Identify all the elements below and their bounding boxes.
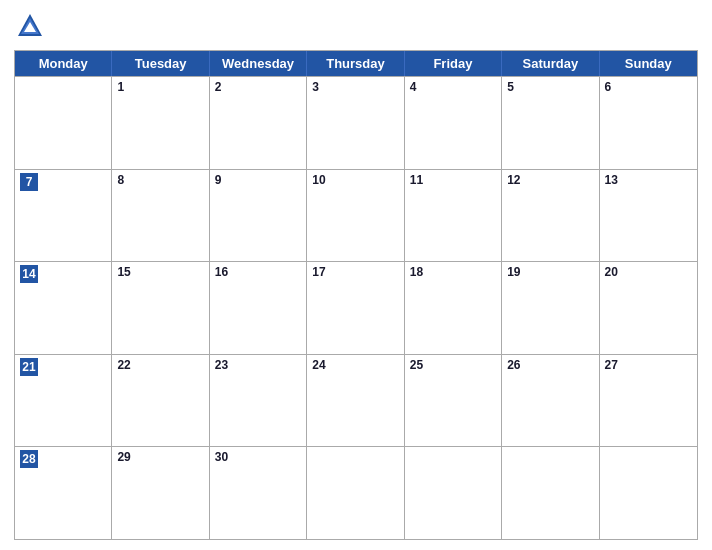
calendar-cell [502,447,599,539]
day-header-sunday: Sunday [600,51,697,76]
calendar-cell: 12 [502,170,599,262]
week-row-0: 123456 [15,76,697,169]
calendar-cell: 25 [405,355,502,447]
calendar-body: 1234567891011121314151617181920212223242… [15,76,697,539]
calendar-cell: 19 [502,262,599,354]
calendar-cell: 16 [210,262,307,354]
cell-day-number: 14 [20,265,38,283]
calendar-page: MondayTuesdayWednesdayThursdayFridaySatu… [0,0,712,550]
week-row-4: 282930 [15,446,697,539]
day-header-monday: Monday [15,51,112,76]
calendar-cell: 6 [600,77,697,169]
calendar-cell: 2 [210,77,307,169]
cell-day-number: 21 [20,358,38,376]
cell-day-number: 27 [605,358,692,372]
calendar-cell: 7 [15,170,112,262]
cell-day-number: 8 [117,173,203,187]
week-row-3: 21222324252627 [15,354,697,447]
cell-day-number: 3 [312,80,398,94]
calendar-cell: 18 [405,262,502,354]
calendar-cell: 3 [307,77,404,169]
week-row-2: 14151617181920 [15,261,697,354]
cell-day-number: 2 [215,80,301,94]
cell-day-number: 4 [410,80,496,94]
calendar-cell: 9 [210,170,307,262]
cell-day-number: 7 [20,173,38,191]
cell-day-number: 30 [215,450,301,464]
calendar-cell: 22 [112,355,209,447]
calendar-cell [307,447,404,539]
logo [14,10,50,42]
day-header-wednesday: Wednesday [210,51,307,76]
cell-day-number: 12 [507,173,593,187]
calendar-cell: 17 [307,262,404,354]
cell-day-number: 22 [117,358,203,372]
calendar-cell: 28 [15,447,112,539]
cell-day-number: 10 [312,173,398,187]
cell-day-number: 17 [312,265,398,279]
calendar-cell [405,447,502,539]
cell-day-number: 9 [215,173,301,187]
cell-day-number: 19 [507,265,593,279]
calendar-cell [600,447,697,539]
calendar-cell: 26 [502,355,599,447]
day-header-saturday: Saturday [502,51,599,76]
calendar-cell: 29 [112,447,209,539]
calendar: MondayTuesdayWednesdayThursdayFridaySatu… [14,50,698,540]
calendar-cell: 24 [307,355,404,447]
calendar-cell: 11 [405,170,502,262]
cell-day-number: 18 [410,265,496,279]
calendar-cell: 15 [112,262,209,354]
day-header-tuesday: Tuesday [112,51,209,76]
cell-day-number: 24 [312,358,398,372]
calendar-cell: 14 [15,262,112,354]
cell-day-number: 11 [410,173,496,187]
calendar-cell: 20 [600,262,697,354]
cell-day-number: 1 [117,80,203,94]
cell-day-number: 29 [117,450,203,464]
calendar-cell: 5 [502,77,599,169]
day-header-thursday: Thursday [307,51,404,76]
calendar-cell: 27 [600,355,697,447]
cell-day-number: 23 [215,358,301,372]
calendar-cell: 23 [210,355,307,447]
cell-day-number: 16 [215,265,301,279]
day-headers: MondayTuesdayWednesdayThursdayFridaySatu… [15,51,697,76]
week-row-1: 78910111213 [15,169,697,262]
cell-day-number: 20 [605,265,692,279]
header [14,10,698,42]
cell-day-number: 6 [605,80,692,94]
cell-day-number: 25 [410,358,496,372]
cell-day-number: 28 [20,450,38,468]
cell-day-number: 13 [605,173,692,187]
calendar-cell: 4 [405,77,502,169]
day-header-friday: Friday [405,51,502,76]
cell-day-number: 5 [507,80,593,94]
calendar-cell: 13 [600,170,697,262]
calendar-cell: 10 [307,170,404,262]
calendar-cell: 30 [210,447,307,539]
calendar-cell [15,77,112,169]
calendar-cell: 1 [112,77,209,169]
calendar-cell: 8 [112,170,209,262]
cell-day-number: 15 [117,265,203,279]
cell-day-number: 26 [507,358,593,372]
calendar-cell: 21 [15,355,112,447]
generalblue-icon [14,10,46,42]
